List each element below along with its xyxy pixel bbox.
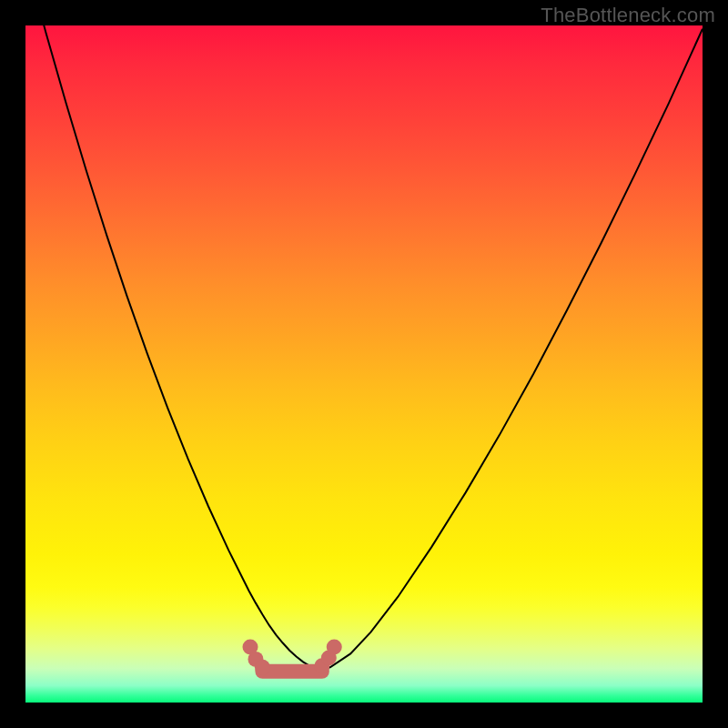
marker-dot [255,660,270,675]
watermark-text: TheBottleneck.com [541,4,715,27]
bottleneck-curve [25,25,703,703]
curve-line [25,25,703,669]
marker-dot [327,639,342,654]
plot-area [25,25,703,703]
chart-frame: TheBottleneck.com [0,0,728,728]
